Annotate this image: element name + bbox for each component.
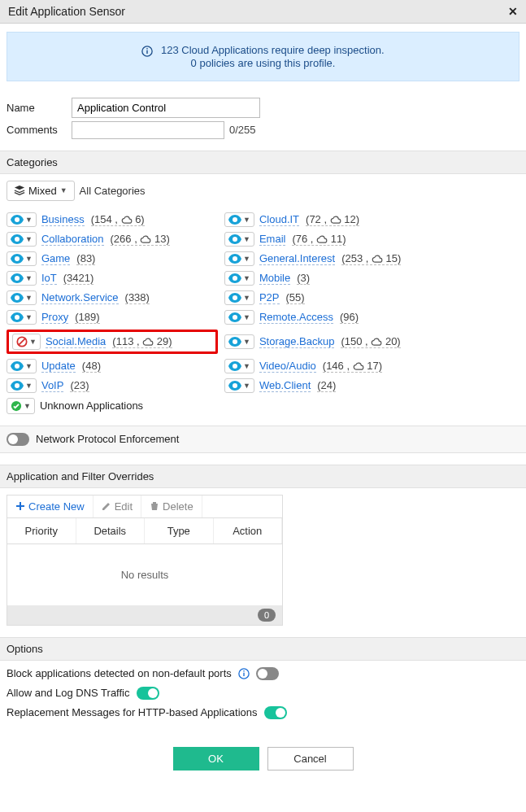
category-link[interactable]: Game xyxy=(41,252,70,265)
chevron-down-icon: ▼ xyxy=(243,338,250,346)
category-link[interactable]: Proxy xyxy=(41,311,68,324)
category-count[interactable]: (48) xyxy=(82,360,101,373)
opt-allow-dns-toggle[interactable] xyxy=(137,687,159,700)
category-count[interactable]: (24) xyxy=(317,379,336,392)
monitor-icon xyxy=(228,293,241,303)
category-count[interactable]: (3421) xyxy=(63,272,94,285)
category-action-dropdown[interactable]: ▼ xyxy=(7,232,37,247)
category-action-dropdown[interactable]: ▼ xyxy=(7,310,37,325)
category-action-dropdown[interactable]: ▼ xyxy=(224,232,254,247)
category-count[interactable]: (76 , 11) xyxy=(292,233,346,246)
category-count[interactable]: (189) xyxy=(75,311,99,324)
category-count[interactable]: (113 , 29) xyxy=(112,335,172,348)
close-icon[interactable]: ✕ xyxy=(508,5,518,18)
svg-point-18 xyxy=(16,365,19,367)
category-action-dropdown[interactable]: ▼ xyxy=(7,290,37,305)
category-count[interactable]: (150 , 20) xyxy=(341,335,400,348)
col-action[interactable]: Action xyxy=(214,518,283,544)
pencil-icon xyxy=(102,501,111,511)
category-link[interactable]: Video/Audio xyxy=(259,360,316,373)
category-count[interactable]: (338) xyxy=(125,291,150,304)
ok-button[interactable]: OK xyxy=(173,747,259,771)
category-item: ▼Mobile (3) xyxy=(224,271,452,286)
chevron-down-icon: ▼ xyxy=(243,235,250,243)
category-count[interactable]: (55) xyxy=(286,291,305,304)
svg-point-11 xyxy=(16,296,19,299)
category-action-dropdown[interactable]: ▼ xyxy=(224,378,254,393)
svg-point-21 xyxy=(234,384,237,386)
info-icon[interactable] xyxy=(238,668,250,679)
category-count[interactable]: (154 , 6) xyxy=(91,213,145,226)
category-count[interactable]: (146 , 17) xyxy=(323,360,382,373)
category-count[interactable]: (83) xyxy=(76,252,95,265)
category-link[interactable]: Cloud.IT xyxy=(259,213,299,226)
category-count[interactable]: (23) xyxy=(70,379,89,392)
category-link[interactable]: VoIP xyxy=(41,379,63,392)
category-link[interactable]: Remote.Access xyxy=(259,311,333,324)
cancel-button[interactable]: Cancel xyxy=(267,747,354,771)
category-action-dropdown[interactable]: ▼ xyxy=(224,251,254,266)
category-link[interactable]: Network.Service xyxy=(41,291,119,304)
chevron-down-icon: ▼ xyxy=(243,362,250,370)
category-item: ▼Update (48) xyxy=(7,359,218,373)
unknown-apps-label: Unknown Applications xyxy=(40,399,143,412)
comments-input[interactable] xyxy=(72,121,224,139)
svg-line-16 xyxy=(19,338,25,345)
category-action-dropdown[interactable]: ▼ xyxy=(224,290,254,305)
monitor-icon xyxy=(11,312,24,322)
chevron-down-icon: ▼ xyxy=(25,362,33,370)
category-count[interactable]: (3) xyxy=(297,272,310,285)
category-link[interactable]: P2P xyxy=(259,291,280,304)
category-count[interactable]: (266 , 13) xyxy=(111,233,170,246)
category-item: ▼VoIP (23) xyxy=(7,378,218,393)
category-item: ▼Business (154 , 6) xyxy=(7,212,218,227)
category-link[interactable]: Web.Client xyxy=(259,379,311,392)
name-input[interactable] xyxy=(72,98,260,118)
svg-point-5 xyxy=(16,238,19,240)
edit-button[interactable]: Edit xyxy=(93,495,141,517)
unknown-action-dropdown[interactable]: ▼ xyxy=(7,398,35,414)
category-action-dropdown[interactable]: ▼ xyxy=(224,359,254,373)
info-banner: 123 Cloud Applications require deep insp… xyxy=(7,32,519,81)
chevron-down-icon: ▼ xyxy=(243,216,250,224)
opt-repl-msg-toggle[interactable] xyxy=(264,706,287,719)
category-action-dropdown[interactable]: ▼ xyxy=(7,378,37,393)
category-link[interactable]: Update xyxy=(41,360,76,373)
category-link[interactable]: Storage.Backup xyxy=(259,335,335,348)
delete-button[interactable]: Delete xyxy=(141,495,202,517)
category-action-dropdown[interactable]: ▼ xyxy=(7,359,37,373)
banner-line1: 123 Cloud Applications require deep insp… xyxy=(161,44,385,56)
create-new-button[interactable]: Create New xyxy=(7,495,93,517)
category-item: ▼Social.Media (113 , 29) xyxy=(7,330,218,354)
svg-point-4 xyxy=(234,218,237,220)
category-link[interactable]: IoT xyxy=(41,272,57,285)
opt-block-ports-label: Block applications detected on non-defau… xyxy=(7,667,232,679)
mixed-dropdown[interactable]: Mixed ▼ xyxy=(7,181,75,201)
category-link[interactable]: General.Interest xyxy=(259,252,335,265)
category-action-dropdown[interactable]: ▼ xyxy=(224,310,254,325)
category-count[interactable]: (253 , 15) xyxy=(341,252,401,265)
category-link[interactable]: Business xyxy=(41,213,85,226)
category-action-dropdown[interactable]: ▼ xyxy=(224,212,254,227)
category-link[interactable]: Mobile xyxy=(259,272,290,285)
category-item: ▼Proxy (189) xyxy=(7,310,218,325)
category-count[interactable]: (96) xyxy=(340,311,359,324)
category-item: ▼P2P (55) xyxy=(224,290,452,305)
col-details[interactable]: Details xyxy=(76,518,146,544)
col-priority[interactable]: Priority xyxy=(7,518,76,544)
category-action-dropdown[interactable]: ▼ xyxy=(7,212,37,227)
category-link[interactable]: Social.Media xyxy=(46,335,106,348)
category-link[interactable]: Collaboration xyxy=(41,233,104,246)
category-action-dropdown[interactable]: ▼ xyxy=(7,251,37,266)
category-action-dropdown[interactable]: ▼ xyxy=(224,334,254,349)
category-action-dropdown[interactable]: ▼ xyxy=(224,271,254,286)
category-count[interactable]: (72 , 12) xyxy=(306,213,359,226)
category-link[interactable]: Email xyxy=(259,233,286,246)
opt-block-ports-toggle[interactable] xyxy=(256,667,279,680)
cloud-icon xyxy=(371,338,382,346)
category-action-dropdown[interactable]: ▼ xyxy=(7,271,37,286)
npe-toggle[interactable] xyxy=(7,433,29,446)
svg-point-8 xyxy=(234,257,237,260)
category-action-dropdown[interactable]: ▼ xyxy=(12,334,41,350)
col-type[interactable]: Type xyxy=(145,518,214,544)
